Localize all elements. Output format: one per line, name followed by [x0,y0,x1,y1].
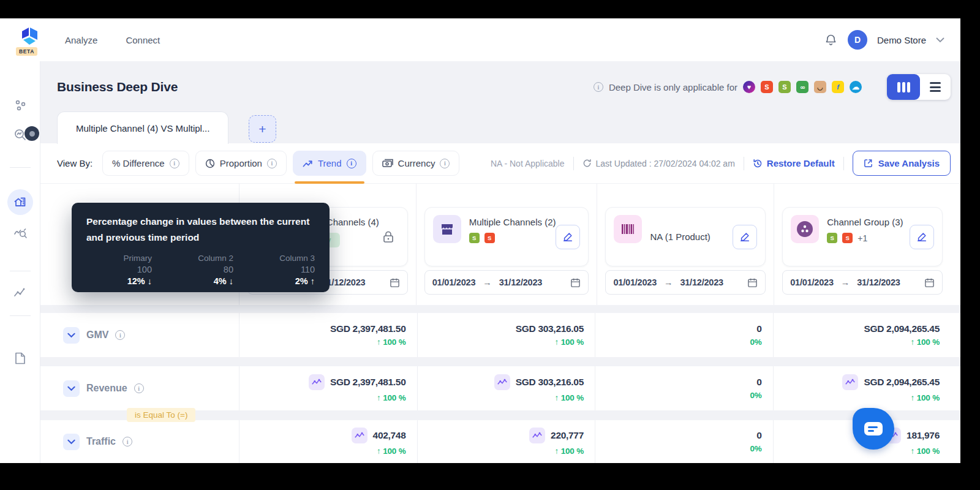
metric-change: ↑ 100 % [911,447,940,456]
currency-toggle[interactable]: Currency i [372,151,460,176]
divider [573,157,574,170]
info-icon[interactable]: i [267,159,277,168]
metric-name: Traffic [86,436,116,447]
metric-change: ↑ 100 % [555,337,584,347]
tooltip-col-value: 80 [168,265,233,274]
metric-value: 402,748 [373,430,406,441]
nav-analyze[interactable]: Analyze [65,35,97,45]
edit-column-button[interactable] [556,225,580,249]
divider [744,157,744,170]
lazada-icon: ♥ [743,81,755,93]
save-icon [864,159,873,168]
calendar-icon [390,277,400,288]
metric-change: 0% [750,444,761,453]
edit-column-button[interactable] [733,225,757,249]
info-icon[interactable]: i [440,159,450,168]
na-note: NA - Not Applicable [491,159,565,168]
metric-change: ↑ 100 % [377,337,405,347]
chat-widget-button[interactable] [853,408,894,450]
expand-traffic-button[interactable] [63,434,80,450]
proportion-label: Proportion [220,158,262,168]
date-range-picker[interactable]: 01/01/2023 → 31/12/2023 [782,270,943,295]
tooltip-col-value: 100 [86,265,152,274]
column-title: NA (1 Product) [650,232,733,242]
metric-change: ↑ 100 % [911,393,940,402]
view-by-row: View By: % Difference i Proportion i [40,143,960,184]
column-view-button[interactable] [887,74,920,100]
barcode-icon [614,215,642,243]
sidebar-divider [10,315,31,316]
metric-value: SGD 303,216.05 [516,323,584,334]
metric-name: GMV [86,330,108,341]
notification-bell-icon[interactable] [824,33,838,47]
metric-change: ↑ 100 % [377,393,405,402]
sparkline-icon[interactable] [309,374,325,390]
sidebar-item-home-active[interactable] [7,189,33,215]
currency-icon [382,159,393,168]
shopee-icon: S [484,233,495,243]
chat-icon [864,422,883,435]
store-chevron-down-icon[interactable] [936,37,944,43]
sparkline-icon[interactable] [842,374,858,390]
metric-value: 181,976 [907,430,940,441]
avatar[interactable]: D [848,30,867,50]
info-icon[interactable]: i [347,159,356,168]
sidebar-item-report[interactable] [13,351,28,366]
expand-revenue-button[interactable] [63,380,80,397]
date-range-picker[interactable]: 01/01/2023 → 31/12/2023 [424,270,589,295]
date-from: 01/01/2023 [432,277,476,287]
add-tab-button[interactable]: + [249,115,276,143]
sidebar-item-cluster[interactable] [13,99,28,113]
save-analysis-button[interactable]: Save Analysis [853,151,951,176]
metric-name: Revenue [86,383,127,394]
metric-row-revenue: Revenue i SGD 2,397,481.50↑ 100 % SGD 30… [40,366,960,410]
shopify-icon: S [778,81,791,93]
sparkline-icon[interactable] [494,374,510,390]
nav-connect[interactable]: Connect [126,35,160,45]
shopee-icon: S [761,81,773,93]
sidebar-item-trends[interactable] [13,285,28,300]
sidebar-collapse-handle[interactable] [24,126,39,141]
trend-toggle[interactable]: Trend i [293,151,366,176]
metric-change: ↑ 100 % [555,447,584,456]
list-view-button[interactable] [920,74,951,100]
channel-group-icon [791,215,819,243]
sparkline-icon[interactable] [352,428,368,443]
info-icon[interactable]: i [170,159,179,168]
info-icon[interactable]: i [594,82,603,92]
sidebar-item-chart-explore[interactable] [13,225,28,240]
shopify-icon: S [827,233,837,243]
expand-gmv-button[interactable] [63,327,80,344]
arrow-right-icon: → [483,277,491,287]
metric-value: SGD 303,216.05 [516,377,584,388]
flipkart-icon: f [832,81,844,93]
edit-column-button[interactable] [910,225,934,249]
column-title: Channel Group (3) [827,217,910,227]
info-icon[interactable]: i [123,437,132,447]
app-logo[interactable]: BETA [16,24,44,56]
date-range-picker[interactable]: 01/01/2023 → 31/12/2023 [605,270,766,295]
last-updated: Last Updated : 27/02/2024 04:02 am [582,159,735,168]
tooltip-col-label: Column 2 [168,254,233,263]
metric-row-traffic: Traffic i 402,748↑ 100 % 220,777↑ 100 % … [40,420,960,463]
restore-default-button[interactable]: Restore Default [753,158,835,168]
column-card-4: Channel Group (3) S S +1 01/01/202 [774,184,951,305]
tooltip-col-change: 4% ↓ [168,276,233,286]
metric-change: ↑ 100 % [911,337,940,347]
metric-change: ↑ 100 % [555,393,584,402]
sparkline-icon[interactable] [529,428,545,443]
trend-tooltip: Percentage change in values between the … [72,203,330,292]
view-mode-toggle [887,74,951,100]
proportion-toggle[interactable]: Proportion i [195,151,287,176]
metric-value: 0 [756,323,761,334]
metric-change: 0% [750,391,761,400]
tab-comparison[interactable]: Multiple Channel (4) VS Multipl... [57,111,228,144]
storefront-icon [433,215,461,243]
info-icon[interactable]: i [134,383,144,393]
info-icon[interactable]: i [115,330,125,340]
difference-toggle[interactable]: % Difference i [102,151,189,176]
pie-icon [205,159,215,168]
metric-value: SGD 2,094,265.45 [864,377,940,388]
amazon-icon: ◡ [814,81,826,93]
top-navbar: BETA Analyze Connect D Demo Store [0,18,960,61]
